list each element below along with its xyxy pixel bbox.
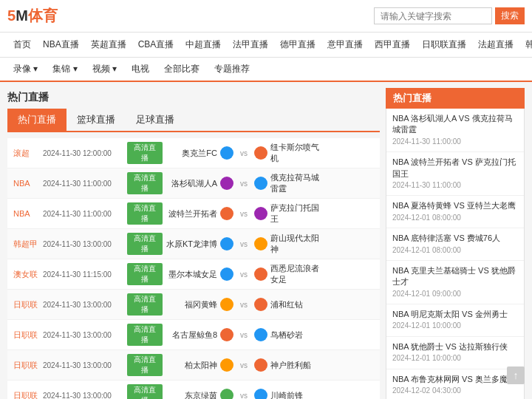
sidebar-date: 2024-12-01 09:00:00 — [392, 290, 461, 298]
live-badge[interactable]: 高清直播 — [127, 263, 163, 285]
nav-item[interactable]: 法甲直播 — [227, 33, 274, 57]
match-row: 日职联 2024-11-30 13:00:00 高清直播 柏太阳神 vs 神户胜… — [7, 350, 380, 381]
team-logo-away — [254, 207, 267, 220]
team-home: 名古屋鲸鱼8 — [166, 330, 217, 341]
nav-item[interactable]: CBA直播 — [132, 33, 180, 57]
team-home: 波特兰开拓者 — [166, 208, 217, 219]
sidebar-link[interactable]: NBA 洛杉矶湖人A VS 俄克拉荷马城雷霆 — [392, 114, 513, 134]
section-title: 热门直播 — [7, 88, 380, 109]
subnav-item[interactable]: 视频 ▾ — [86, 61, 123, 78]
team-home: 福冈黄蜂 — [166, 299, 217, 310]
subnav-item[interactable]: 电视 — [126, 61, 155, 78]
match-list: 滚超 2024-11-30 12:00:00 高清直播 奥克兰FC vs 纽卡斯… — [7, 138, 380, 399]
match-row: 韩超甲 2024-11-30 13:00:00 高清直播 水原KT龙津博 vs … — [7, 229, 380, 259]
nav-item[interactable]: NBA直播 — [37, 33, 85, 57]
team-logo-away — [254, 358, 267, 372]
nav-item[interactable]: 首页 — [7, 33, 37, 57]
live-badge[interactable]: 高清直播 — [127, 172, 163, 194]
team-home: 奥克兰FC — [166, 148, 217, 159]
nav-item[interactable]: 韩K联直播 — [519, 33, 532, 57]
match-category: 日职联 — [13, 390, 40, 400]
search-button[interactable]: 搜索 — [495, 7, 525, 24]
nav-item[interactable]: 法超直播 — [472, 33, 519, 57]
live-badge[interactable]: 高清直播 — [127, 142, 163, 164]
nav-item[interactable]: 西甲直播 — [369, 33, 416, 57]
sidebar-link[interactable]: NBA 犹他爵士 VS 达拉斯独行侠 — [392, 342, 508, 351]
search-input[interactable] — [374, 7, 492, 24]
sidebar-item: NBA 夏洛特黄蜂 VS 亚特兰大老鹰2024-12-01 08:00:00 — [386, 196, 524, 228]
sidebar-date: 2024-12-01 10:00:00 — [392, 354, 461, 362]
match-category: 澳女联 — [13, 269, 40, 280]
sidebar-item: NBA 明尼克斯太阳 VS 金州勇士2024-12-01 10:00:00 — [386, 304, 524, 337]
live-tabs: 热门直播篮球直播足球直播 — [7, 109, 380, 132]
team-away: 西悉尼流浪者女足 — [270, 263, 322, 285]
sidebar-item: NBA 底特律活塞 VS 费城76人2024-12-01 08:00:00 — [386, 228, 524, 261]
vs-text: vs — [236, 361, 251, 369]
team-home: 水原KT龙津博 — [166, 239, 217, 250]
nav-item[interactable]: 英超直播 — [85, 33, 132, 57]
team-home: 东京绿茵 — [166, 390, 217, 400]
subnav-item[interactable]: 录像 ▾ — [7, 61, 44, 78]
live-badge[interactable]: 高清直播 — [127, 354, 163, 376]
live-badge[interactable]: 高清直播 — [127, 233, 163, 255]
team-away: 萨克拉门托国王 — [270, 202, 322, 225]
sidebar-link[interactable]: NBA 明尼克斯太阳 VS 金州勇士 — [392, 310, 508, 318]
team-logo-away — [254, 237, 267, 250]
live-tab[interactable]: 热门直播 — [7, 109, 66, 131]
match-category: 韩超甲 — [13, 239, 40, 250]
nav-item[interactable]: 德甲直播 — [274, 33, 321, 57]
team-away: 俄克拉荷马城雷霆 — [270, 172, 322, 194]
sidebar-date: 2024-12-01 08:00:00 — [392, 214, 461, 222]
match-category: NBA — [13, 209, 40, 218]
live-tab[interactable]: 足球直播 — [126, 109, 185, 131]
sidebar-item: NBA 犹他爵士 VS 达拉斯独行侠2024-12-01 10:00:00 — [386, 337, 524, 369]
search-bar: 搜索 — [374, 7, 525, 24]
sidebar-link[interactable]: NBA 克里夫兰基础骑士 VS 犹他爵士才 — [392, 266, 516, 286]
match-time: 2024-11-30 13:00:00 — [43, 331, 124, 339]
team-logo-home — [220, 389, 233, 399]
live-badge[interactable]: 高清直播 — [127, 202, 163, 225]
nav-item[interactable]: 日职联直播 — [416, 33, 472, 57]
nav-item[interactable]: 意甲直播 — [321, 33, 369, 57]
subnav-item[interactable]: 专题推荐 — [208, 61, 256, 78]
subnav-item[interactable]: 全部比赛 — [158, 61, 205, 78]
sidebar-link[interactable]: NBA 布鲁克林网网 VS 奥兰多魔术 — [392, 375, 516, 383]
team-logo-home — [220, 207, 233, 220]
team-logo-home — [220, 267, 233, 281]
match-time: 2024-11-30 13:00:00 — [43, 392, 124, 400]
sidebar-link[interactable]: NBA 波特兰开拓者 VS 萨克拉门托国王 — [392, 157, 516, 177]
sidebar-link[interactable]: NBA 夏洛特黄蜂 VS 亚特兰大老鹰 — [392, 201, 516, 210]
team-logo-away — [254, 146, 267, 160]
team-away: 川崎前锋 — [270, 390, 322, 400]
sidebar-item: NBA 波特兰开拓者 VS 萨克拉门托国王2024-11-30 11:00:00 — [386, 152, 524, 196]
match-category: 日职联 — [13, 360, 40, 371]
live-badge[interactable]: 高清直播 — [127, 293, 163, 316]
match-time: 2024-11-30 13:00:00 — [43, 301, 124, 309]
team-away: 纽卡斯尔喷气机 — [270, 142, 322, 164]
match-time: 2024-11-30 13:00:00 — [43, 361, 124, 369]
sidebar-title: 热门直播 — [386, 88, 525, 109]
sidebar-date: 2024-11-30 11:00:00 — [392, 181, 461, 189]
team-away: 神户胜利船 — [270, 360, 322, 371]
team-logo-home — [220, 328, 233, 341]
sidebar-item: NBA 洛杉矶湖人A VS 俄克拉荷马城雷霆2024-11-30 11:00:0… — [386, 109, 524, 152]
sidebar-item: NBA 布鲁克林网网 VS 奥兰多魔术2024-12-02 04:30:00 — [386, 369, 524, 399]
nav-item[interactable]: 中超直播 — [180, 33, 227, 57]
team-logo-home — [220, 358, 233, 372]
live-badge[interactable]: 高清直播 — [127, 384, 163, 399]
sidebar-link[interactable]: NBA 底特律活塞 VS 费城76人 — [392, 233, 500, 242]
live-badge[interactable]: 高清直播 — [127, 324, 163, 346]
team-logo-away — [254, 177, 267, 190]
match-time: 2024-11-30 11:15:00 — [43, 270, 124, 279]
subnav-item[interactable]: 集锦 ▾ — [47, 61, 83, 78]
vs-text: vs — [236, 240, 251, 248]
team-logo-away — [254, 267, 267, 281]
team-logo-home — [220, 237, 233, 250]
team-away: 蔚山现代太阳神 — [270, 233, 322, 255]
logo: 5M体育 — [7, 6, 58, 26]
team-away: 浦和红钻 — [270, 299, 322, 310]
live-tab[interactable]: 篮球直播 — [66, 109, 126, 131]
main-content: 热门直播 热门直播篮球直播足球直播 滚超 2024-11-30 12:00:00… — [0, 82, 532, 399]
scroll-top-button[interactable]: ↑ — [507, 366, 525, 384]
team-logo-home — [220, 146, 233, 160]
